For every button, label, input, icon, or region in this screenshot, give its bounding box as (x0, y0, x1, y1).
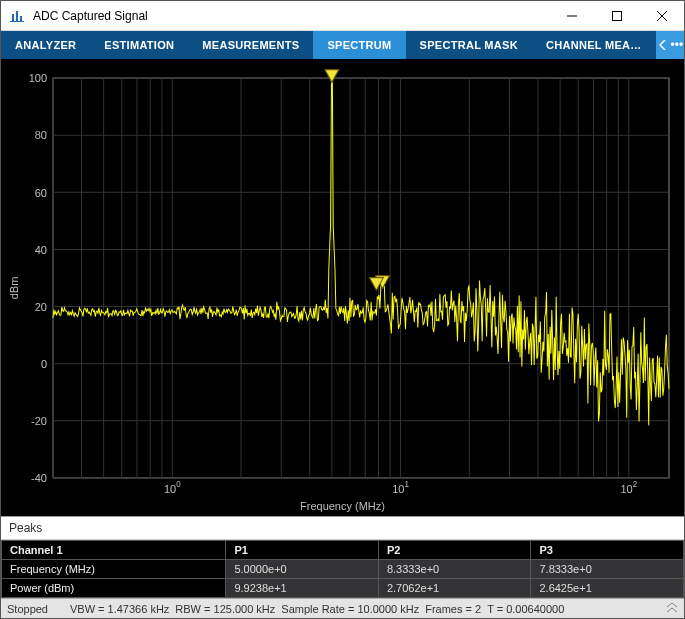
svg-rect-2 (16, 11, 18, 21)
svg-text:-20: -20 (31, 415, 47, 427)
svg-text:-40: -40 (31, 472, 47, 484)
tab-channel-measurements[interactable]: CHANNEL MEA… (532, 31, 656, 59)
table-row: Frequency (MHz) 5.0000e+0 8.3333e+0 7.83… (2, 560, 684, 579)
app-icon (9, 8, 25, 24)
svg-text:60: 60 (35, 186, 47, 198)
status-expand-icon[interactable] (666, 603, 678, 615)
freq-p2: 8.3333e+0 (378, 560, 531, 579)
pow-p2: 2.7062e+1 (378, 579, 531, 598)
status-rbw: RBW = 125.000 kHz (175, 603, 275, 615)
freq-p3: 7.8333e+0 (531, 560, 684, 579)
status-t: T = 0.00640000 (487, 603, 564, 615)
svg-text:100: 100 (29, 72, 47, 84)
tab-spectral-mask[interactable]: SPECTRAL MASK (406, 31, 532, 59)
row-label-frequency: Frequency (MHz) (2, 560, 226, 579)
tab-analyzer[interactable]: ANALYZER (1, 31, 90, 59)
svg-text:102: 102 (620, 480, 637, 495)
svg-marker-55 (325, 70, 339, 83)
svg-rect-9 (53, 78, 669, 478)
svg-text:101: 101 (392, 480, 409, 495)
pow-p1: 9.9238e+1 (226, 579, 379, 598)
col-p3: P3 (531, 541, 684, 560)
peaks-panel: Peaks Channel 1 P1 P2 P3 Frequency (MHz)… (1, 516, 684, 598)
x-axis-label: Frequency (MHz) (300, 500, 385, 512)
svg-text:100: 100 (164, 480, 181, 495)
svg-rect-1 (12, 14, 14, 21)
maximize-button[interactable] (594, 1, 639, 31)
svg-text:40: 40 (35, 243, 47, 255)
spectrum-plot[interactable]: dBm Frequency (MHz) -40-2002040608010010… (1, 59, 684, 516)
svg-rect-3 (20, 16, 22, 21)
status-sample-rate: Sample Rate = 10.0000 kHz (281, 603, 419, 615)
row-label-power: Power (dBm) (2, 579, 226, 598)
status-vbw: VBW = 1.47366 kHz (70, 603, 169, 615)
titlebar: ADC Captured Signal (1, 1, 684, 31)
status-bar: Stopped VBW = 1.47366 kHz RBW = 125.000 … (1, 598, 684, 618)
window-title: ADC Captured Signal (33, 9, 549, 23)
scroll-left-button[interactable] (656, 31, 670, 59)
minimize-button[interactable] (549, 1, 594, 31)
peaks-header-row: Channel 1 P1 P2 P3 (2, 541, 684, 560)
more-tabs-button[interactable]: ••• (670, 31, 684, 59)
freq-p1: 5.0000e+0 (226, 560, 379, 579)
close-button[interactable] (639, 1, 684, 31)
channel-header: Channel 1 (2, 541, 226, 560)
col-p2: P2 (378, 541, 531, 560)
svg-text:20: 20 (35, 300, 47, 312)
tab-spectrum[interactable]: SPECTRUM (313, 31, 405, 59)
status-frames: Frames = 2 (425, 603, 481, 615)
svg-rect-4 (10, 21, 24, 22)
svg-text:0: 0 (41, 358, 47, 370)
tab-estimation[interactable]: ESTIMATION (90, 31, 188, 59)
peaks-title: Peaks (1, 517, 684, 540)
pow-p3: 2.6425e+1 (531, 579, 684, 598)
peaks-table: Channel 1 P1 P2 P3 Frequency (MHz) 5.000… (1, 540, 684, 598)
status-state: Stopped (7, 603, 48, 615)
y-axis-label: dBm (8, 276, 20, 299)
table-row: Power (dBm) 9.9238e+1 2.7062e+1 2.6425e+… (2, 579, 684, 598)
col-p1: P1 (226, 541, 379, 560)
svg-text:80: 80 (35, 129, 47, 141)
svg-rect-6 (612, 11, 621, 20)
toolstrip: ANALYZER ESTIMATION MEASUREMENTS SPECTRU… (1, 31, 684, 59)
tab-measurements[interactable]: MEASUREMENTS (188, 31, 313, 59)
